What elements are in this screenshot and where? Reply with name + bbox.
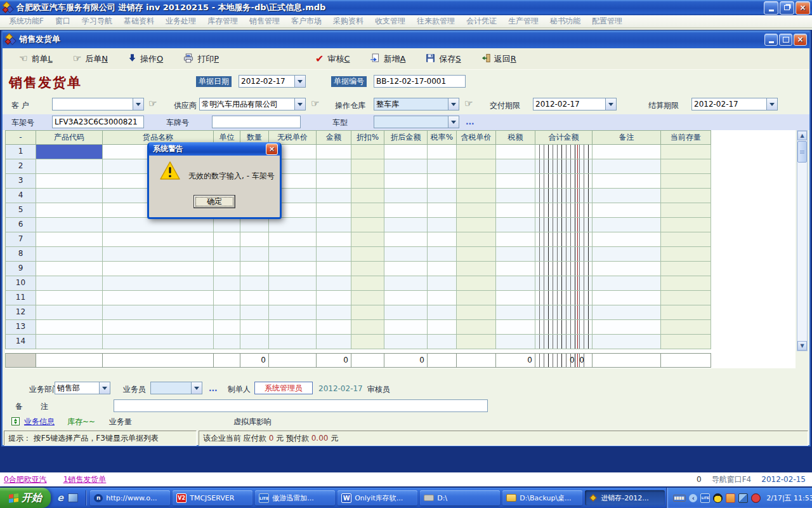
grid-cell[interactable] [535,203,593,218]
grid-cell[interactable] [103,247,214,262]
grid-cell[interactable] [103,232,214,247]
grid-cell[interactable] [535,305,593,320]
grid-cell[interactable] [36,189,103,203]
grid-col-header[interactable]: 税额 [496,130,535,145]
supplier-dropdown[interactable]: 常明汽车用品有限公司 [199,98,306,110]
grid-cell[interactable] [661,305,711,320]
toolbar-操作-button[interactable]: 操作O [128,53,163,65]
grid-cell[interactable] [593,262,661,276]
grid-cell[interactable] [317,335,351,349]
grid-cell[interactable] [496,262,535,276]
grid-cell[interactable] [661,247,711,262]
grid-cell[interactable] [384,305,428,320]
grid-row-number[interactable]: 4 [5,189,36,203]
grid-cell[interactable] [351,189,384,203]
window-tab-0[interactable]: 0合肥欧亚汽 [4,474,47,485]
grid-cell[interactable] [351,203,384,218]
grid-cell[interactable] [496,320,535,335]
grid-cell[interactable] [384,218,428,232]
menu-item-3[interactable]: 基础资料 [118,15,160,27]
grid-cell[interactable] [457,159,496,174]
grid-cell[interactable] [593,247,661,262]
grid-row-number[interactable]: 10 [5,276,36,291]
chevron-down-icon[interactable] [99,382,110,394]
grid-cell[interactable] [457,262,496,276]
grid-cell[interactable] [351,335,384,349]
grid-cell[interactable] [269,320,317,335]
toolbar-新增-button[interactable]: 新增A [370,53,405,65]
grid-cell[interactable] [593,189,661,203]
chevron-down-icon[interactable] [766,98,777,110]
grid-cell[interactable] [496,174,535,189]
menu-item-11[interactable]: 会计凭证 [461,15,502,27]
toolbar-返回-button[interactable]: 返回R [481,53,516,65]
grid-cell[interactable] [384,320,428,335]
grid-cell[interactable] [661,189,711,203]
grid-cell[interactable] [535,320,593,335]
menu-item-4[interactable]: 业务处理 [160,15,202,27]
grid-cell[interactable] [535,218,593,232]
grid-cell[interactable] [317,305,351,320]
grid-row-number[interactable]: 11 [5,291,36,305]
grid-cell[interactable] [535,159,593,174]
grid-cell[interactable] [428,276,457,291]
grid-cell[interactable] [36,291,103,305]
start-button[interactable]: 开始 [0,488,51,508]
grid-cell[interactable] [428,305,457,320]
grid-cell[interactable] [661,174,711,189]
grid-col-header[interactable]: 折后金额 [384,130,428,145]
grid-cell[interactable] [661,218,711,232]
grid-cell[interactable] [351,262,384,276]
grid-cell[interactable] [214,305,240,320]
chevron-down-icon[interactable] [191,382,202,394]
dialog-ok-button[interactable]: 确定 [193,195,235,208]
grid-cell[interactable] [428,145,457,159]
nav-window-label[interactable]: 导航窗口F4 [712,474,752,485]
grid-cell[interactable] [457,320,496,335]
window-tab-1[interactable]: 1销售发货单 [63,474,107,485]
grid-row-number[interactable]: 2 [5,159,36,174]
grid-cell[interactable] [457,276,496,291]
grid-cell[interactable] [593,218,661,232]
grid-cell[interactable] [240,276,269,291]
menu-item-8[interactable]: 采购资料 [327,15,369,27]
grid-cell[interactable] [661,335,711,349]
chevron-down-icon[interactable] [605,98,616,110]
grid-cell[interactable] [457,218,496,232]
grid-cell[interactable] [317,232,351,247]
grid-cell[interactable] [36,174,103,189]
grid-cell[interactable] [661,320,711,335]
grid-cell[interactable] [428,262,457,276]
grid-cell[interactable] [428,247,457,262]
grid-col-header[interactable]: 金额 [317,130,351,145]
grid-cell[interactable] [661,232,711,247]
grid-cell[interactable] [496,159,535,174]
grid-cell[interactable] [496,232,535,247]
grid-cell[interactable] [661,159,711,174]
grid-cell[interactable] [384,145,428,159]
grid-cell[interactable] [351,159,384,174]
grid-cell[interactable] [496,305,535,320]
grid-cell[interactable] [593,174,661,189]
taskbar-button-0[interactable]: nhttp://www.o... [90,490,170,505]
grid-col-header[interactable]: 税率% [428,130,457,145]
grid-cell[interactable] [214,291,240,305]
grid-row-number[interactable]: 7 [5,232,36,247]
grid-cell[interactable] [496,276,535,291]
grid-cell[interactable] [103,335,214,349]
number-input[interactable]: BB-12-02-17-0001 [374,75,466,88]
grid-cell[interactable] [593,145,661,159]
grid-cell[interactable] [661,145,711,159]
menu-item-12[interactable]: 生产管理 [502,15,544,27]
grid-cell[interactable] [496,145,535,159]
grid-cell[interactable] [317,262,351,276]
grid-cell[interactable] [269,232,317,247]
show-desktop-icon[interactable] [68,493,78,502]
grid-cell[interactable] [240,335,269,349]
grid-row-number[interactable]: 6 [5,218,36,232]
grid-cell[interactable] [496,291,535,305]
grid-cell[interactable] [384,159,428,174]
toolbar-打印-button[interactable]: 打印P [183,53,219,65]
grid-cell[interactable] [214,247,240,262]
pointer-hand-icon[interactable]: ☞ [311,98,319,109]
